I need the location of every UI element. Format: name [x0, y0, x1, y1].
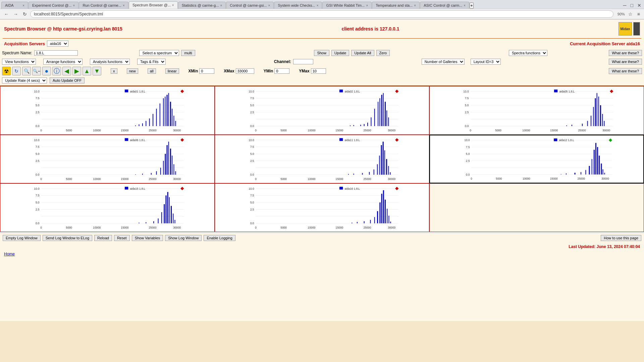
- svg-rect-129: [172, 156, 172, 175]
- ymax-input[interactable]: [311, 68, 326, 74]
- radiation-icon[interactable]: ☢: [2, 67, 11, 75]
- address-bar[interactable]: localhost:8015/Spectrum/Spectrum.tml: [30, 10, 613, 18]
- tab-statistics[interactable]: Statistics @ carme-g... ×: [178, 2, 226, 9]
- empty-log-window-button[interactable]: Empty Log Window: [3, 235, 41, 241]
- zero-button[interactable]: Zero: [376, 50, 390, 56]
- multi-button[interactable]: multi: [181, 50, 195, 56]
- reload-button[interactable]: ↻: [21, 11, 28, 17]
- reload-button[interactable]: Reload: [94, 235, 112, 241]
- home-link[interactable]: Home: [4, 252, 15, 256]
- svg-text:10.0: 10.0: [249, 138, 254, 142]
- select-spectrum-dropdown[interactable]: Select a spectrum: [139, 50, 179, 56]
- bookmark-button[interactable]: ☆: [627, 11, 634, 17]
- close-tab-icon[interactable]: ×: [414, 4, 416, 7]
- what-these-3-button[interactable]: What are these?: [609, 68, 642, 74]
- tab-aida[interactable]: AIDA ×: [1, 2, 28, 9]
- chart-aida05[interactable]: 10.0 7.5 5.0 2.5 0.0 0 5000 10000 15000 …: [429, 86, 644, 135]
- what-these-2-button[interactable]: What are these?: [609, 59, 642, 65]
- linear-button[interactable]: linear: [165, 68, 179, 74]
- what-these-1-button[interactable]: What are these?: [609, 50, 642, 56]
- xmax-input[interactable]: [236, 68, 254, 74]
- layout-id-select[interactable]: Layout ID=3: [471, 59, 501, 65]
- tab-run[interactable]: Run Control @ carme... ×: [79, 2, 128, 9]
- show-log-window-button[interactable]: Show Log Window: [165, 235, 202, 241]
- xmin-input[interactable]: [199, 68, 214, 74]
- forward-button[interactable]: →: [12, 11, 19, 17]
- update-button[interactable]: Update: [331, 50, 349, 56]
- chart-aida15[interactable]: 10.0 7.5 5.0 2.5 0.0 0 5000 10000 15000 …: [0, 183, 215, 232]
- reset-button[interactable]: Reset: [114, 235, 130, 241]
- svg-rect-92: [593, 107, 594, 126]
- chart-aida12[interactable]: 10.0 7.5 5.0 2.5 0.0 0 5000 10000 15000 …: [429, 135, 644, 183]
- maximize-button[interactable]: □: [629, 2, 635, 9]
- tags-fits-select[interactable]: Tags & Fits: [137, 59, 166, 65]
- close-tab-icon[interactable]: ×: [22, 4, 24, 7]
- chart-aida11[interactable]: 10.0 7.5 5.0 2.5 0.0 0 5000 10000 15000 …: [215, 135, 429, 183]
- spectra-functions-select[interactable]: Spectra functions: [509, 50, 547, 56]
- tab-spectrum[interactable]: Spectrum Browser @... ×: [129, 1, 178, 9]
- next-icon[interactable]: ▶: [72, 67, 81, 75]
- arrange-functions-select[interactable]: Arrange functions: [43, 59, 83, 65]
- number-galleries-select[interactable]: Number of Galleries: [422, 59, 465, 65]
- show-button[interactable]: Show: [314, 50, 329, 56]
- tab-system[interactable]: System wide Checks... ×: [274, 2, 322, 9]
- how-to-button[interactable]: How to use this page: [601, 235, 641, 241]
- svg-text:30000: 30000: [601, 177, 609, 180]
- prev-icon[interactable]: ◀: [62, 67, 71, 75]
- svg-text:0.0: 0.0: [36, 124, 40, 128]
- close-tab-icon[interactable]: ×: [172, 3, 174, 7]
- chart-aida06[interactable]: 10.0 7.5 5.0 2.5 0.0 0 5000 10000 15000 …: [0, 135, 215, 183]
- svg-text:0: 0: [470, 129, 471, 132]
- analysis-functions-select[interactable]: Analysis functions: [90, 59, 130, 65]
- ymin-input[interactable]: [274, 68, 289, 74]
- svg-rect-121: [151, 173, 152, 175]
- update-rate-select[interactable]: Update Rate (4 secs): [2, 77, 47, 83]
- svg-rect-31: [173, 116, 174, 126]
- tab-asic[interactable]: ASIC Control @ carm... ×: [420, 2, 469, 9]
- tab-control[interactable]: Control @ carme-gsi... ×: [226, 2, 274, 9]
- tab-temp[interactable]: Temperature and sta... ×: [372, 2, 420, 9]
- zoom-in-icon[interactable]: 🔍: [22, 67, 31, 75]
- close-tab-icon[interactable]: ×: [220, 4, 222, 7]
- show-variables-button[interactable]: Show Variables: [132, 235, 163, 241]
- close-tab-icon[interactable]: ×: [123, 4, 125, 7]
- acq-servers-select[interactable]: aida16: [47, 41, 68, 47]
- update-all-button[interactable]: Update All: [351, 50, 374, 56]
- new-button[interactable]: new: [127, 68, 138, 74]
- chart-aida01[interactable]: 10.0 7.5 5.0 2.5 0.0 0 5000 10000 15000 …: [0, 86, 215, 135]
- minimize-button[interactable]: ─: [622, 2, 628, 9]
- up-icon[interactable]: ▲: [83, 67, 91, 75]
- new-tab-button[interactable]: +: [470, 2, 474, 9]
- svg-rect-67: [339, 89, 343, 92]
- tab-gsi[interactable]: GSI White Rabbit Tim... ×: [322, 2, 372, 9]
- all-button[interactable]: all: [148, 68, 156, 74]
- close-tab-icon[interactable]: ×: [317, 4, 319, 7]
- zoom-out-icon[interactable]: 🔍–: [32, 67, 41, 75]
- x-button[interactable]: x: [111, 68, 117, 74]
- refresh-icon[interactable]: ↻: [12, 67, 21, 75]
- info-icon[interactable]: ⓘ: [52, 67, 61, 75]
- spectrum-name-input[interactable]: [34, 50, 78, 56]
- close-tab-icon[interactable]: ×: [73, 4, 75, 7]
- send-log-elog-button[interactable]: Send Log Window to ELog: [43, 235, 92, 241]
- down-icon[interactable]: ▼: [93, 67, 101, 75]
- svg-text:10.0: 10.0: [249, 90, 254, 93]
- chart-aida16[interactable]: 10.0 7.5 5.0 2.5 0.0 0 5000 10000 15000 …: [215, 183, 429, 232]
- close-tab-icon[interactable]: ×: [464, 4, 466, 7]
- chart-aida02[interactable]: 10.0 7.5 5.0 2.5 0.0 0 5000 10000 15000 …: [215, 86, 429, 135]
- extensions-button[interactable]: ≡: [636, 11, 641, 17]
- enable-logging-button[interactable]: Enable Logging: [204, 235, 235, 241]
- auto-update-button[interactable]: Auto Update OFF: [50, 77, 85, 83]
- close-tab-icon[interactable]: ×: [366, 4, 368, 7]
- channel-input[interactable]: [293, 59, 313, 64]
- back-button[interactable]: ←: [3, 11, 10, 17]
- close-window-button[interactable]: ✕: [636, 2, 643, 9]
- svg-rect-130: [173, 164, 174, 175]
- view-functions-select[interactable]: View functions: [2, 59, 36, 65]
- chart-svg-aida11: 10.0 7.5 5.0 2.5 0.0 0 5000 10000 15000 …: [216, 136, 428, 182]
- circle-icon[interactable]: ●: [42, 67, 51, 75]
- close-tab-icon[interactable]: ×: [268, 4, 270, 7]
- svg-text:2.5: 2.5: [36, 208, 40, 211]
- svg-rect-156: [374, 170, 374, 175]
- tab-experiment[interactable]: Experiment Control @... ×: [29, 2, 78, 9]
